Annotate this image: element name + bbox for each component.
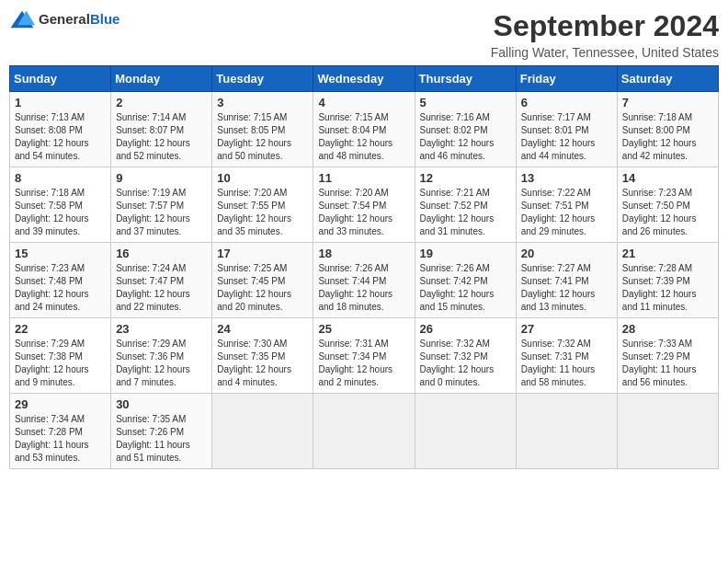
week-row: 1Sunrise: 7:13 AMSunset: 8:08 PMDaylight… (10, 92, 719, 167)
table-row: 13Sunrise: 7:22 AMSunset: 7:51 PMDayligh… (516, 167, 617, 243)
table-row: 3Sunrise: 7:15 AMSunset: 8:05 PMDaylight… (212, 92, 313, 167)
table-row: 18Sunrise: 7:26 AMSunset: 7:44 PMDayligh… (313, 243, 415, 318)
table-row: 24Sunrise: 7:30 AMSunset: 7:35 PMDayligh… (212, 318, 313, 394)
week-row: 29Sunrise: 7:34 AMSunset: 7:28 PMDayligh… (10, 394, 719, 469)
calendar-table: Sunday Monday Tuesday Wednesday Thursday… (9, 65, 719, 469)
month-title: September 2024 (491, 9, 719, 43)
table-row: 17Sunrise: 7:25 AMSunset: 7:45 PMDayligh… (212, 243, 313, 318)
table-row: 15Sunrise: 7:23 AMSunset: 7:48 PMDayligh… (10, 243, 111, 318)
col-wednesday: Wednesday (313, 66, 415, 92)
table-row: 19Sunrise: 7:26 AMSunset: 7:42 PMDayligh… (415, 243, 516, 318)
week-row: 15Sunrise: 7:23 AMSunset: 7:48 PMDayligh… (10, 243, 719, 318)
table-row: 22Sunrise: 7:29 AMSunset: 7:38 PMDayligh… (10, 318, 111, 394)
table-row: 20Sunrise: 7:27 AMSunset: 7:41 PMDayligh… (516, 243, 617, 318)
table-row (415, 394, 516, 469)
table-row: 26Sunrise: 7:32 AMSunset: 7:32 PMDayligh… (415, 318, 516, 394)
location: Falling Water, Tennessee, United States (491, 45, 719, 60)
col-monday: Monday (111, 66, 212, 92)
table-row (516, 394, 617, 469)
week-row: 22Sunrise: 7:29 AMSunset: 7:38 PMDayligh… (10, 318, 719, 394)
table-row: 2Sunrise: 7:14 AMSunset: 8:07 PMDaylight… (111, 92, 212, 167)
col-tuesday: Tuesday (212, 66, 313, 92)
col-thursday: Thursday (415, 66, 516, 92)
col-sunday: Sunday (10, 66, 111, 92)
table-row: 7Sunrise: 7:18 AMSunset: 8:00 PMDaylight… (617, 92, 718, 167)
table-row: 12Sunrise: 7:21 AMSunset: 7:52 PMDayligh… (415, 167, 516, 243)
table-row: 27Sunrise: 7:32 AMSunset: 7:31 PMDayligh… (516, 318, 617, 394)
table-row: 5Sunrise: 7:16 AMSunset: 8:02 PMDaylight… (415, 92, 516, 167)
table-row: 14Sunrise: 7:23 AMSunset: 7:50 PMDayligh… (617, 167, 718, 243)
header-row: Sunday Monday Tuesday Wednesday Thursday… (10, 66, 719, 92)
page-header: GeneralBlue September 2024 Falling Water… (9, 9, 719, 60)
week-row: 8Sunrise: 7:18 AMSunset: 7:58 PMDaylight… (10, 167, 719, 243)
table-row: 30Sunrise: 7:35 AMSunset: 7:26 PMDayligh… (111, 394, 212, 469)
title-section: September 2024 Falling Water, Tennessee,… (491, 9, 719, 60)
logo-icon (9, 9, 35, 29)
col-saturday: Saturday (617, 66, 718, 92)
logo: GeneralBlue (9, 9, 119, 29)
table-row: 25Sunrise: 7:31 AMSunset: 7:34 PMDayligh… (313, 318, 415, 394)
table-row: 6Sunrise: 7:17 AMSunset: 8:01 PMDaylight… (516, 92, 617, 167)
table-row (313, 394, 415, 469)
table-row: 23Sunrise: 7:29 AMSunset: 7:36 PMDayligh… (111, 318, 212, 394)
table-row: 29Sunrise: 7:34 AMSunset: 7:28 PMDayligh… (10, 394, 111, 469)
table-row: 8Sunrise: 7:18 AMSunset: 7:58 PMDaylight… (10, 167, 111, 243)
table-row (617, 394, 718, 469)
table-row (212, 394, 313, 469)
table-row: 16Sunrise: 7:24 AMSunset: 7:47 PMDayligh… (111, 243, 212, 318)
table-row: 1Sunrise: 7:13 AMSunset: 8:08 PMDaylight… (10, 92, 111, 167)
table-row: 9Sunrise: 7:19 AMSunset: 7:57 PMDaylight… (111, 167, 212, 243)
table-row: 11Sunrise: 7:20 AMSunset: 7:54 PMDayligh… (313, 167, 415, 243)
col-friday: Friday (516, 66, 617, 92)
table-row: 4Sunrise: 7:15 AMSunset: 8:04 PMDaylight… (313, 92, 415, 167)
table-row: 10Sunrise: 7:20 AMSunset: 7:55 PMDayligh… (212, 167, 313, 243)
table-row: 28Sunrise: 7:33 AMSunset: 7:29 PMDayligh… (617, 318, 718, 394)
logo-general: GeneralBlue (39, 11, 119, 28)
table-row: 21Sunrise: 7:28 AMSunset: 7:39 PMDayligh… (617, 243, 718, 318)
